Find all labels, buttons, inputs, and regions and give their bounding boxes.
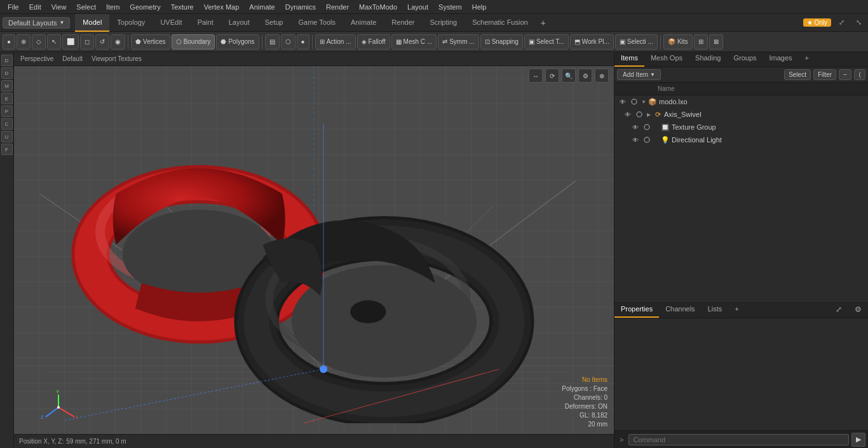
- sidebar-btn-3[interactable]: M: [1, 80, 13, 92]
- expand-modo-lxo[interactable]: ▼: [640, 98, 648, 105]
- dot-modo-lxo[interactable]: [628, 96, 640, 107]
- props-settings[interactable]: ⚙: [848, 303, 868, 318]
- tool-action[interactable]: ⊞ Action ...: [315, 34, 356, 50]
- eye-texture-group[interactable]: 👁: [630, 121, 641, 133]
- menu-edit[interactable]: Edit: [24, 2, 46, 12]
- tab-add-panel[interactable]: +: [799, 52, 815, 67]
- viewport-ctrl-rotate[interactable]: ⟳: [545, 69, 559, 83]
- sidebar-btn-8[interactable]: F: [1, 144, 13, 155]
- viewport-ctrl-add[interactable]: ⊕: [595, 69, 609, 83]
- menu-file[interactable]: File: [3, 2, 24, 12]
- tool-dot[interactable]: ●: [3, 34, 15, 50]
- menu-help[interactable]: Help: [467, 2, 492, 12]
- item-axis-swivel[interactable]: 👁 ▶ ⟳ Axis_Swivel: [614, 108, 868, 121]
- tab-channels[interactable]: Channels: [659, 303, 701, 318]
- tab-lists[interactable]: Lists: [702, 303, 729, 318]
- viewport-3d[interactable]: ↔ ⟳ 🔍 ⚙ ⊕ No Items Polygons : Face Chann…: [14, 66, 614, 434]
- menu-item[interactable]: Item: [101, 2, 125, 12]
- tool-arrow[interactable]: ↖: [47, 34, 61, 50]
- eye-axis-swivel[interactable]: 👁: [622, 109, 634, 120]
- tab-paint[interactable]: Paint: [190, 14, 221, 32]
- viewport-ctrl-zoom[interactable]: 🔍: [562, 69, 576, 83]
- menu-vertex-map[interactable]: Vertex Map: [199, 2, 245, 12]
- tool-toggle-1[interactable]: ⊞: [694, 34, 708, 50]
- tab-uvedit[interactable]: UVEdit: [153, 14, 189, 32]
- menu-dynamics[interactable]: Dynamics: [280, 2, 321, 12]
- tool-select-t[interactable]: ▣ Select T...: [524, 34, 569, 50]
- tab-topology[interactable]: Topology: [109, 14, 153, 32]
- item-texture-group[interactable]: 👁 🔲 Texture Group: [614, 121, 868, 133]
- tool-vertices[interactable]: ⬟ Vertices: [131, 34, 170, 50]
- sidebar-btn-5[interactable]: P: [1, 105, 13, 117]
- tab-render[interactable]: Render: [384, 14, 422, 32]
- tool-circle[interactable]: ◉: [111, 34, 125, 50]
- tab-mesh-ops[interactable]: Mesh Ops: [644, 52, 689, 67]
- menu-render[interactable]: Render: [321, 2, 354, 12]
- menu-select[interactable]: Select: [71, 2, 101, 12]
- props-expand[interactable]: ⤢: [829, 303, 848, 318]
- eye-directional-light[interactable]: 👁: [630, 134, 641, 146]
- tab-groups[interactable]: Groups: [727, 52, 763, 67]
- tool-kits[interactable]: 📦 Kits: [663, 34, 693, 50]
- tab-properties[interactable]: Properties: [614, 303, 659, 318]
- tool-subdiv[interactable]: ▤: [265, 34, 280, 50]
- sidebar-btn-7[interactable]: U: [1, 131, 13, 142]
- menu-system[interactable]: System: [433, 2, 467, 12]
- tab-schematic-fusion[interactable]: Schematic Fusion: [465, 14, 535, 32]
- tab-layout[interactable]: Layout: [221, 14, 257, 32]
- layout-dropdown[interactable]: Default Layouts ▼: [3, 17, 70, 29]
- tool-snapping[interactable]: ⊡ Snapping: [480, 34, 523, 50]
- tool-selecti[interactable]: ▣ Selecti ...: [615, 34, 658, 50]
- tab-items[interactable]: Items: [614, 52, 644, 67]
- minus-button[interactable]: −: [839, 69, 851, 80]
- tool-select-shape[interactable]: ◇: [32, 34, 46, 50]
- menu-texture[interactable]: Texture: [166, 2, 199, 12]
- tab-props-add[interactable]: +: [728, 303, 745, 318]
- tool-transform[interactable]: ⬜: [62, 34, 79, 50]
- tool-toggle-2[interactable]: ⊠: [709, 34, 723, 50]
- menu-maxtomodo[interactable]: MaxToModo: [354, 2, 402, 12]
- viewport-mode-perspective[interactable]: Perspective: [18, 55, 56, 63]
- tool-falloff[interactable]: ◈ Falloff: [357, 34, 390, 50]
- command-run-button[interactable]: ▶: [851, 433, 865, 447]
- sidebar-btn-4[interactable]: E: [1, 93, 13, 104]
- tab-shading[interactable]: Shading: [689, 52, 727, 67]
- tool-world[interactable]: ⊕: [17, 34, 31, 50]
- tool-symm[interactable]: ⇌ Symm ...: [438, 34, 478, 50]
- tab-images[interactable]: Images: [763, 52, 799, 67]
- eye-modo-lxo[interactable]: 👁: [617, 96, 628, 107]
- select-button[interactable]: Select: [784, 69, 811, 80]
- sidebar-btn-1[interactable]: D: [1, 55, 13, 66]
- item-modo-lxo[interactable]: 👁 ▼ 📦 modo.lxo: [614, 95, 868, 108]
- expand-axis-swivel[interactable]: ▶: [645, 111, 653, 118]
- tool-boundary[interactable]: ⬡ Boundary: [172, 34, 215, 50]
- menu-animate[interactable]: Animate: [244, 2, 280, 12]
- tab-scripting[interactable]: Scripting: [422, 14, 465, 32]
- dot-axis-swivel[interactable]: [634, 109, 645, 120]
- dot-directional-light[interactable]: [641, 134, 653, 146]
- fullscreen-button[interactable]: ⤡: [852, 17, 865, 28]
- tab-setup[interactable]: Setup: [257, 14, 291, 32]
- tool-mesh-c[interactable]: ▦ Mesh C ...: [391, 34, 437, 50]
- filter-button[interactable]: Filter: [813, 69, 836, 80]
- expand-texture-group[interactable]: [653, 123, 660, 131]
- viewport-textures[interactable]: Viewport Textures: [89, 55, 144, 63]
- viewport-ctrl-settings[interactable]: ⚙: [578, 69, 592, 83]
- tool-dot2[interactable]: ●: [297, 34, 309, 50]
- tool-scale[interactable]: ◻: [80, 34, 94, 50]
- sidebar-btn-2[interactable]: D: [1, 67, 13, 79]
- tool-work-pl[interactable]: ⬒ Work Pl...: [570, 34, 614, 50]
- viewport-ctrl-move[interactable]: ↔: [529, 69, 543, 83]
- menu-layout[interactable]: Layout: [402, 2, 433, 12]
- tool-polygons[interactable]: ⬣ Polygons: [216, 34, 259, 50]
- viewport-shading-default[interactable]: Default: [60, 55, 85, 63]
- expand-button[interactable]: ⤢: [835, 17, 848, 28]
- sidebar-btn-6[interactable]: C: [1, 118, 13, 130]
- tab-model[interactable]: Model: [75, 14, 109, 32]
- tab-animate[interactable]: Animate: [343, 14, 384, 32]
- expand-directional-light[interactable]: [653, 136, 660, 144]
- dot-texture-group[interactable]: [641, 121, 653, 133]
- collapse-button[interactable]: ⟨: [854, 69, 865, 80]
- tool-rotate[interactable]: ↺: [95, 34, 109, 50]
- menu-geometry[interactable]: Geometry: [125, 2, 165, 12]
